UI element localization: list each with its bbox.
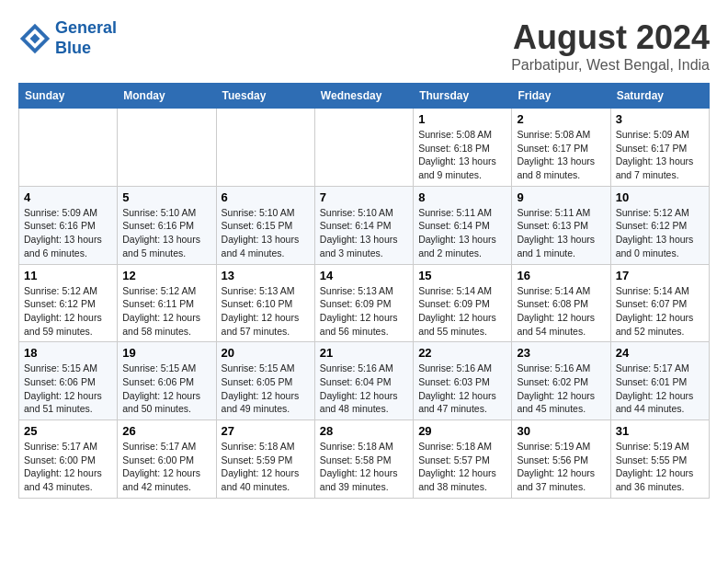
day-info: Sunrise: 5:10 AM Sunset: 6:16 PM Dayligh… bbox=[122, 206, 210, 260]
day-number: 30 bbox=[517, 424, 605, 438]
calendar-cell: 22Sunrise: 5:16 AM Sunset: 6:03 PM Dayli… bbox=[414, 342, 512, 420]
day-info: Sunrise: 5:10 AM Sunset: 6:15 PM Dayligh… bbox=[222, 206, 310, 260]
day-of-week-header: Saturday bbox=[610, 84, 709, 109]
day-number: 18 bbox=[24, 346, 112, 360]
calendar-cell: 8Sunrise: 5:11 AM Sunset: 6:14 PM Daylig… bbox=[414, 186, 512, 264]
calendar-cell: 28Sunrise: 5:18 AM Sunset: 5:58 PM Dayli… bbox=[314, 420, 413, 499]
day-number: 9 bbox=[517, 190, 605, 204]
day-info: Sunrise: 5:11 AM Sunset: 6:13 PM Dayligh… bbox=[517, 206, 605, 260]
calendar-cell: 7Sunrise: 5:10 AM Sunset: 6:14 PM Daylig… bbox=[314, 186, 413, 264]
day-info: Sunrise: 5:08 AM Sunset: 6:18 PM Dayligh… bbox=[418, 128, 506, 182]
day-number: 29 bbox=[418, 424, 506, 438]
day-info: Sunrise: 5:15 AM Sunset: 6:05 PM Dayligh… bbox=[222, 362, 310, 416]
calendar-table: SundayMondayTuesdayWednesdayThursdayFrid… bbox=[18, 83, 710, 499]
day-number: 4 bbox=[24, 190, 112, 204]
day-info: Sunrise: 5:18 AM Sunset: 5:59 PM Dayligh… bbox=[222, 440, 310, 494]
day-number: 13 bbox=[222, 269, 310, 282]
day-number: 5 bbox=[122, 190, 210, 204]
calendar-cell: 18Sunrise: 5:15 AM Sunset: 6:06 PM Dayli… bbox=[19, 342, 118, 420]
day-number: 15 bbox=[418, 269, 506, 282]
calendar-cell: 12Sunrise: 5:12 AM Sunset: 6:11 PM Dayli… bbox=[118, 264, 216, 342]
day-info: Sunrise: 5:12 AM Sunset: 6:12 PM Dayligh… bbox=[616, 206, 704, 260]
calendar-cell: 26Sunrise: 5:17 AM Sunset: 6:00 PM Dayli… bbox=[118, 420, 216, 499]
day-number: 21 bbox=[320, 346, 408, 360]
calendar-cell: 6Sunrise: 5:10 AM Sunset: 6:15 PM Daylig… bbox=[216, 186, 314, 264]
day-number: 20 bbox=[222, 346, 310, 360]
calendar-cell bbox=[19, 109, 118, 187]
calendar-cell: 2Sunrise: 5:08 AM Sunset: 6:17 PM Daylig… bbox=[512, 109, 610, 187]
day-number: 14 bbox=[320, 269, 408, 282]
calendar-week-row: 11Sunrise: 5:12 AM Sunset: 6:12 PM Dayli… bbox=[19, 264, 710, 342]
calendar-cell: 24Sunrise: 5:17 AM Sunset: 6:01 PM Dayli… bbox=[610, 342, 709, 420]
day-info: Sunrise: 5:18 AM Sunset: 5:58 PM Dayligh… bbox=[320, 440, 408, 494]
day-number: 27 bbox=[222, 424, 310, 438]
day-number: 1 bbox=[418, 112, 506, 126]
day-info: Sunrise: 5:15 AM Sunset: 6:06 PM Dayligh… bbox=[24, 362, 112, 416]
day-number: 25 bbox=[24, 424, 112, 438]
month-year-title: August 2024 bbox=[511, 18, 710, 57]
day-info: Sunrise: 5:17 AM Sunset: 6:00 PM Dayligh… bbox=[122, 440, 210, 494]
day-info: Sunrise: 5:17 AM Sunset: 6:00 PM Dayligh… bbox=[24, 440, 112, 494]
day-number: 8 bbox=[418, 190, 506, 204]
day-number: 10 bbox=[616, 190, 704, 204]
calendar-cell: 25Sunrise: 5:17 AM Sunset: 6:00 PM Dayli… bbox=[19, 420, 118, 499]
calendar-cell: 13Sunrise: 5:13 AM Sunset: 6:10 PM Dayli… bbox=[216, 264, 314, 342]
day-info: Sunrise: 5:14 AM Sunset: 6:07 PM Dayligh… bbox=[616, 284, 704, 339]
calendar-cell: 16Sunrise: 5:14 AM Sunset: 6:08 PM Dayli… bbox=[512, 264, 610, 342]
day-info: Sunrise: 5:11 AM Sunset: 6:14 PM Dayligh… bbox=[418, 206, 506, 260]
day-info: Sunrise: 5:09 AM Sunset: 6:16 PM Dayligh… bbox=[24, 206, 112, 260]
day-info: Sunrise: 5:16 AM Sunset: 6:04 PM Dayligh… bbox=[320, 362, 408, 416]
day-info: Sunrise: 5:12 AM Sunset: 6:12 PM Dayligh… bbox=[24, 284, 112, 339]
day-info: Sunrise: 5:18 AM Sunset: 5:57 PM Dayligh… bbox=[418, 440, 506, 494]
calendar-cell: 3Sunrise: 5:09 AM Sunset: 6:17 PM Daylig… bbox=[610, 109, 709, 187]
day-number: 31 bbox=[616, 424, 704, 438]
day-info: Sunrise: 5:14 AM Sunset: 6:09 PM Dayligh… bbox=[418, 284, 506, 339]
day-info: Sunrise: 5:19 AM Sunset: 5:56 PM Dayligh… bbox=[517, 440, 605, 494]
day-of-week-header: Monday bbox=[118, 84, 216, 109]
logo-text: General Blue bbox=[55, 18, 117, 58]
calendar-cell: 20Sunrise: 5:15 AM Sunset: 6:05 PM Dayli… bbox=[216, 342, 314, 420]
calendar-cell: 27Sunrise: 5:18 AM Sunset: 5:59 PM Dayli… bbox=[216, 420, 314, 499]
calendar-cell bbox=[216, 109, 314, 187]
calendar-cell: 29Sunrise: 5:18 AM Sunset: 5:57 PM Dayli… bbox=[414, 420, 512, 499]
calendar-cell: 17Sunrise: 5:14 AM Sunset: 6:07 PM Dayli… bbox=[610, 264, 709, 342]
calendar-cell: 31Sunrise: 5:19 AM Sunset: 5:55 PM Dayli… bbox=[610, 420, 709, 499]
day-info: Sunrise: 5:19 AM Sunset: 5:55 PM Dayligh… bbox=[616, 440, 704, 494]
calendar-cell: 14Sunrise: 5:13 AM Sunset: 6:09 PM Dayli… bbox=[314, 264, 413, 342]
day-info: Sunrise: 5:15 AM Sunset: 6:06 PM Dayligh… bbox=[122, 362, 210, 416]
day-number: 16 bbox=[517, 269, 605, 282]
day-number: 28 bbox=[320, 424, 408, 438]
calendar-week-row: 1Sunrise: 5:08 AM Sunset: 6:18 PM Daylig… bbox=[19, 109, 710, 187]
logo: General Blue bbox=[18, 18, 117, 58]
calendar-cell bbox=[314, 109, 413, 187]
calendar-cell: 4Sunrise: 5:09 AM Sunset: 6:16 PM Daylig… bbox=[19, 186, 118, 264]
calendar-cell: 21Sunrise: 5:16 AM Sunset: 6:04 PM Dayli… bbox=[314, 342, 413, 420]
day-info: Sunrise: 5:16 AM Sunset: 6:02 PM Dayligh… bbox=[517, 362, 605, 416]
day-info: Sunrise: 5:12 AM Sunset: 6:11 PM Dayligh… bbox=[122, 284, 210, 339]
title-block: August 2024 Parbatipur, West Bengal, Ind… bbox=[511, 18, 710, 74]
day-info: Sunrise: 5:08 AM Sunset: 6:17 PM Dayligh… bbox=[517, 128, 605, 182]
day-info: Sunrise: 5:13 AM Sunset: 6:09 PM Dayligh… bbox=[320, 284, 408, 339]
calendar-cell: 5Sunrise: 5:10 AM Sunset: 6:16 PM Daylig… bbox=[118, 186, 216, 264]
day-number: 23 bbox=[517, 346, 605, 360]
day-number: 26 bbox=[122, 424, 210, 438]
page-header: General Blue August 2024 Parbatipur, Wes… bbox=[18, 18, 710, 74]
day-number: 17 bbox=[616, 269, 704, 282]
calendar-cell: 11Sunrise: 5:12 AM Sunset: 6:12 PM Dayli… bbox=[19, 264, 118, 342]
day-info: Sunrise: 5:10 AM Sunset: 6:14 PM Dayligh… bbox=[320, 206, 408, 260]
day-number: 3 bbox=[616, 112, 704, 126]
calendar-week-row: 4Sunrise: 5:09 AM Sunset: 6:16 PM Daylig… bbox=[19, 186, 710, 264]
day-number: 6 bbox=[222, 190, 310, 204]
day-info: Sunrise: 5:17 AM Sunset: 6:01 PM Dayligh… bbox=[616, 362, 704, 416]
calendar-cell: 10Sunrise: 5:12 AM Sunset: 6:12 PM Dayli… bbox=[610, 186, 709, 264]
location-subtitle: Parbatipur, West Bengal, India bbox=[511, 57, 710, 74]
logo-icon bbox=[18, 22, 51, 55]
day-info: Sunrise: 5:09 AM Sunset: 6:17 PM Dayligh… bbox=[616, 128, 704, 182]
calendar-cell: 23Sunrise: 5:16 AM Sunset: 6:02 PM Dayli… bbox=[512, 342, 610, 420]
calendar-cell: 19Sunrise: 5:15 AM Sunset: 6:06 PM Dayli… bbox=[118, 342, 216, 420]
day-number: 19 bbox=[122, 346, 210, 360]
logo-line2: Blue bbox=[55, 39, 117, 59]
day-number: 24 bbox=[616, 346, 704, 360]
day-number: 12 bbox=[122, 269, 210, 282]
calendar-week-row: 18Sunrise: 5:15 AM Sunset: 6:06 PM Dayli… bbox=[19, 342, 710, 420]
